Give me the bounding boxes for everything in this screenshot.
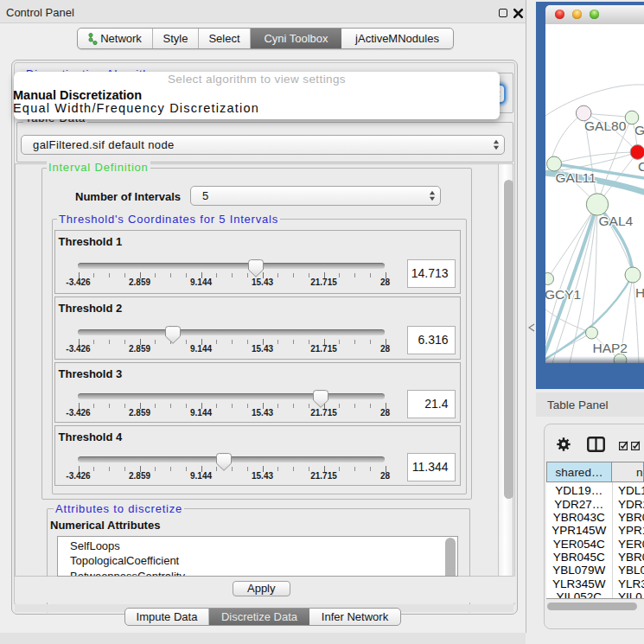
svg-text:HAP2: HAP2: [593, 341, 628, 355]
svg-text:GAL80: GAL80: [584, 118, 627, 133]
svg-text:C: C: [638, 159, 644, 174]
svg-text:GAL11: GAL11: [556, 170, 596, 185]
svg-text:GAL4: GAL4: [599, 214, 634, 228]
svg-text:GCY1: GCY1: [545, 287, 581, 302]
svg-text:GA: GA: [634, 123, 644, 137]
svg-text:H: H: [635, 285, 644, 300]
